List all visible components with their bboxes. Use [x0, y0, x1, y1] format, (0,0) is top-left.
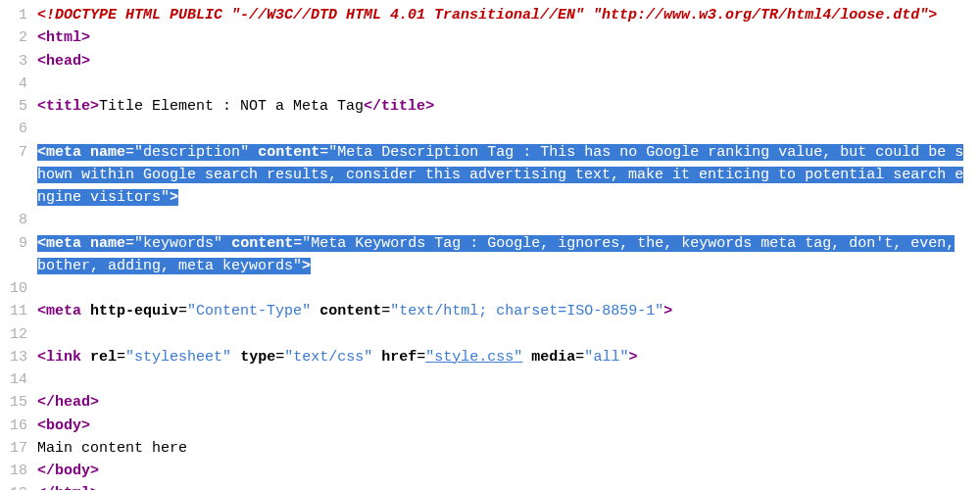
attr-value: "text/css": [284, 349, 372, 366]
line-number: 2: [0, 26, 37, 49]
code-line: 3 <head>: [0, 50, 980, 73]
line-number: 14: [0, 368, 37, 391]
code-line: 1 <!DOCTYPE HTML PUBLIC "-//W3C//DTD HTM…: [0, 4, 980, 26]
tag-end: >: [628, 349, 637, 366]
line-number: 19: [0, 482, 37, 490]
code-block: 1 <!DOCTYPE HTML PUBLIC "-//W3C//DTD HTM…: [0, 4, 980, 490]
tag-open: <head>: [37, 53, 90, 70]
title-open: <title>: [37, 98, 99, 115]
line-content: <body>: [37, 415, 980, 437]
attr-value: "Content-Type": [187, 303, 311, 319]
tag-open: <html>: [37, 29, 90, 46]
selected-text[interactable]: <meta name="description" content="Meta D…: [37, 144, 963, 207]
line-number: 6: [0, 118, 37, 140]
code-line: 16 <body>: [0, 415, 980, 437]
line-number: 11: [0, 300, 37, 322]
code-line: 19 </html>: [0, 482, 980, 490]
line-content: <html>: [37, 26, 980, 49]
body-close: </body>: [37, 463, 99, 479]
line-number: 13: [0, 346, 37, 368]
line-number: 7: [0, 141, 37, 164]
line-number: 18: [0, 460, 37, 482]
code-line: 17 Main content here: [0, 437, 980, 460]
attr: http-equiv: [90, 303, 178, 319]
body-text: Main content here: [37, 440, 187, 457]
line-number: 1: [0, 4, 37, 26]
line-content: <!DOCTYPE HTML PUBLIC "-//W3C//DTD HTML …: [37, 4, 980, 26]
attr-value: "text/html; charset=ISO-8859-1": [390, 303, 663, 319]
line-content: <meta name="description" content="Meta D…: [37, 141, 980, 210]
code-line: 13 <link rel="stylesheet" type="text/css…: [0, 346, 980, 368]
code-line: 7 <meta name="description" content="Meta…: [0, 141, 980, 210]
line-content: <meta http-equiv="Content-Type" content=…: [37, 300, 980, 322]
code-line: 6: [0, 118, 980, 140]
title-text: Title Element : NOT a Meta Tag: [99, 98, 364, 115]
line-number: 8: [0, 209, 37, 231]
doctype: <!DOCTYPE HTML PUBLIC "-//W3C//DTD HTML …: [37, 7, 937, 24]
code-line: 18 </body>: [0, 460, 980, 482]
body-open: <body>: [37, 417, 90, 434]
attr-value-link: "style.css": [425, 349, 522, 366]
tag-end: >: [663, 303, 672, 319]
code-line: 2 <html>: [0, 26, 980, 49]
line-number: 12: [0, 323, 37, 346]
code-line: 5 <title>Title Element : NOT a Meta Tag<…: [0, 95, 980, 118]
code-line: 12: [0, 323, 980, 346]
attr: href: [381, 349, 416, 366]
line-content: <title>Title Element : NOT a Meta Tag</t…: [37, 95, 980, 118]
line-number: 15: [0, 391, 37, 414]
head-close: </head>: [37, 394, 99, 411]
code-line: 9 <meta name="keywords" content="Meta Ke…: [0, 232, 980, 278]
attr: rel: [90, 349, 117, 366]
link-tag: <link: [37, 349, 81, 366]
code-line: 11 <meta http-equiv="Content-Type" conte…: [0, 300, 980, 322]
code-line: 4: [0, 73, 980, 95]
line-content: <meta name="keywords" content="Meta Keyw…: [37, 232, 980, 278]
code-line: 10: [0, 277, 980, 300]
meta-tag: <meta: [37, 303, 81, 319]
line-number: 4: [0, 73, 37, 95]
line-number: 5: [0, 95, 37, 118]
line-content: </head>: [37, 391, 980, 414]
line-content: </html>: [37, 482, 980, 490]
attr: content: [319, 303, 381, 319]
line-content: <head>: [37, 50, 980, 73]
code-line: 14: [0, 368, 980, 391]
attr: type: [240, 349, 275, 366]
line-number: 17: [0, 437, 37, 460]
attr-value: "all": [584, 349, 628, 366]
line-number: 10: [0, 277, 37, 300]
line-number: 9: [0, 232, 37, 255]
line-content: <link rel="stylesheet" type="text/css" h…: [37, 346, 980, 368]
html-close: </html>: [37, 485, 99, 490]
code-line: 8: [0, 209, 980, 231]
line-content: Main content here: [37, 437, 980, 460]
line-number: 16: [0, 415, 37, 437]
attr-value: "stylesheet": [125, 349, 231, 366]
title-close: </title>: [364, 98, 434, 115]
line-content: </body>: [37, 460, 980, 482]
code-line: 15 </head>: [0, 391, 980, 414]
attr: media: [531, 349, 575, 366]
line-number: 3: [0, 50, 37, 73]
selected-text[interactable]: <meta name="keywords" content="Meta Keyw…: [37, 235, 955, 274]
